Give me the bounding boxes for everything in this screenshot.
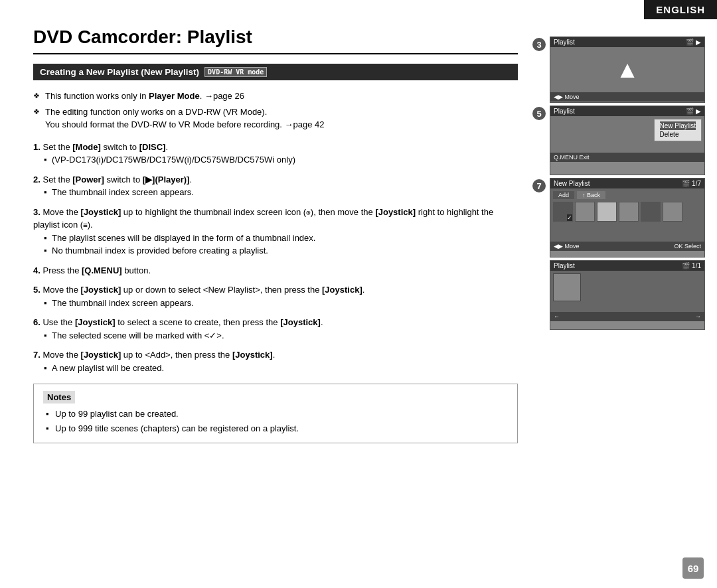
step-5: 5. Move the [Joystick] up or down to sel… [33,283,518,309]
screen-block-5: 5 Playlist 🎬 ▶ New Playlist Delete Q.MEN… [532,106,705,175]
screen7-move: ◀▶ Move [554,243,580,250]
page-number: 69 [682,557,704,579]
screen7-select: OK Select [674,243,701,250]
thumb-3 [597,202,617,222]
screen7-body: Add ↑ Back [550,188,704,242]
screen5-label: Playlist [554,108,575,115]
screen7-back-btn: ↑ Back [577,191,605,199]
step-circle-7: 7 [532,179,546,192]
screen7-label: New Playlist [554,180,590,187]
step-4: 4. Press the [Q.MENU] button. [33,264,518,277]
step-3-sub1: The playlist scenes will be displayed in… [44,232,518,245]
page-title: DVD Camcorder: Playlist [33,27,518,54]
step-6: 6. Use the [Joystick] to select a scene … [33,316,518,342]
screen-block-3: 3 Playlist 🎬 ▶ ▲ ◀▶ Move [532,37,705,103]
screenfinal-topbar: Playlist 🎬 1/1 [550,261,704,271]
screen7-thumbs [553,202,702,222]
screenfinal-body [550,271,704,312]
step-2-sub: The thumbnail index screen appears. [44,186,518,199]
screenfinal-label: Playlist [554,262,575,269]
screen3-arrow: ▲ [615,58,639,82]
notes-box: Notes Up to 99 playlist can be created. … [33,384,518,443]
step-1-sub: (VP-DC173(i)/DC175WB/DC175W(i)/DC575WB/D… [44,153,518,167]
step-7-sub: A new playlist will be created. [44,362,518,375]
menu-item-new-playlist: New Playlist [660,121,696,130]
step-2: 2. Set the [Power] switch to [▶](Player)… [33,173,518,199]
screenfinal-bottom: ← → [550,312,704,321]
screenfinal-right-arrow: → [695,313,701,320]
section-header: Creating a New Playlist (New Playlist) D… [33,64,518,80]
right-panel: 3 Playlist 🎬 ▶ ▲ ◀▶ Move 5 Playlist 🎬 ▶ … [532,37,705,330]
thumb-1 [553,202,573,222]
screen-block-final: Playlist 🎬 1/1 ← → [532,260,705,330]
steps-list: 1. Set the [Mode] switch to [DISC]. (VP-… [33,141,518,375]
notes-title: Notes [43,391,75,404]
section-title: Creating a New Playlist (New Playlist) [40,67,199,77]
screenfinal-page: 🎬 1/1 [682,262,701,269]
thumb-6 [663,202,682,222]
bullet-1: This function works only in Player Mode.… [33,90,518,103]
screen7-page: 🎬 1/7 [682,180,701,187]
screen-3: Playlist 🎬 ▶ ▲ ◀▶ Move [550,37,705,103]
step-3: 3. Move the [Joystick] up to highlight t… [33,206,518,257]
step-5-sub: The thumbnail index screen appears. [44,297,518,310]
dvd-mode-badge: DVD-RW VR mode [204,67,267,77]
notes-list: Up to 99 playlist can be created. Up to … [43,407,508,435]
thumb-5 [641,202,661,222]
screen5-menu: New Playlist Delete [654,119,702,141]
screen3-icons: 🎬 ▶ [686,38,701,46]
main-content: DVD Camcorder: Playlist Creating a New P… [33,27,518,561]
screen7-bottom: ◀▶ Move OK Select [550,242,704,251]
screen-7: New Playlist 🎬 1/7 Add ↑ Back ◀▶ [550,178,705,257]
step-3-sub2: No thumbnail index is provided before cr… [44,244,518,257]
screen5-bottom: Q.MENU Exit [550,153,704,162]
screen3-topbar: Playlist 🎬 ▶ [550,37,704,47]
note-2: Up to 999 title scenes (chapters) can be… [46,422,508,435]
step-1: 1. Set the [Mode] switch to [DISC]. (VP-… [33,141,518,167]
thumb-4 [619,202,639,222]
screen3-body: ▲ [550,47,704,92]
screen5-icons: 🎬 ▶ [686,108,701,115]
step-6-sub: The selected scene will be marked with <… [44,329,518,342]
menu-item-delete: Delete [660,130,696,139]
screen3-bottom: ◀▶ Move [550,92,704,102]
screen5-body: New Playlist Delete [550,116,704,153]
screenfinal-thumb [553,273,581,301]
screen5-topbar: Playlist 🎬 ▶ [550,106,704,116]
step-circle-3: 3 [532,38,546,51]
screen-final: Playlist 🎬 1/1 ← → [550,260,705,330]
screen-block-7: 7 New Playlist 🎬 1/7 Add ↑ Back [532,178,705,257]
note-1: Up to 99 playlist can be created. [46,407,508,421]
thumb-2 [575,202,595,222]
screenfinal-left-arrow: ← [554,313,560,320]
screen-5: Playlist 🎬 ▶ New Playlist Delete Q.MENU … [550,106,705,175]
step-circle-5: 5 [532,107,546,120]
english-badge: ENGLISH [644,0,717,19]
bullet-2: The editing function only works on a DVD… [33,106,518,131]
step-7: 7. Move the [Joystick] up to <Add>, then… [33,348,518,374]
screen7-topbar: New Playlist 🎬 1/7 [550,179,704,188]
screen7-add-btn: Add [553,191,574,199]
screen3-label: Playlist [554,38,575,46]
screen7-btnrow: Add ↑ Back [553,191,702,199]
intro-bullets: This function works only in Player Mode.… [33,90,518,131]
